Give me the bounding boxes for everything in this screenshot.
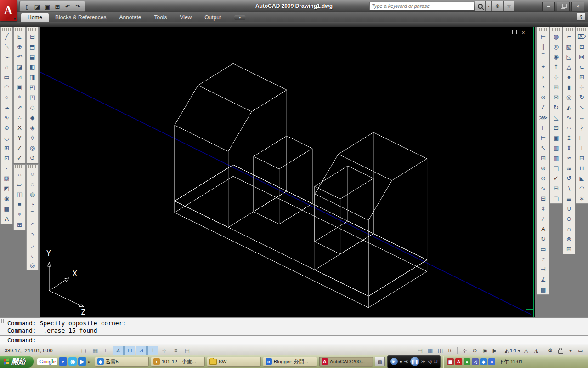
- shell-icon[interactable]: ▢: [551, 193, 561, 203]
- presspull-icon[interactable]: ⇕: [564, 143, 574, 153]
- thicken-icon[interactable]: ≣: [564, 193, 574, 203]
- arc-center-start-end-icon[interactable]: ◝: [27, 230, 38, 240]
- taskbar-item-folder[interactable]: SW: [207, 356, 261, 367]
- wmp-pause-button[interactable]: ❚❚: [410, 357, 419, 366]
- pan-button[interactable]: ⊹: [460, 346, 469, 355]
- tray-user-icon[interactable]: ●: [464, 358, 470, 365]
- move-icon[interactable]: ⊹: [577, 82, 587, 92]
- wmp-restore-button[interactable]: ❒: [434, 359, 437, 364]
- search-button[interactable]: [475, 1, 486, 11]
- close-button[interactable]: ×: [571, 2, 584, 11]
- erase-icon[interactable]: ⌦: [577, 31, 587, 41]
- toolbar-grip[interactable]: [15, 28, 24, 31]
- ucs-apply-icon[interactable]: ✓: [14, 153, 25, 163]
- break-at-point-icon[interactable]: ⊺: [577, 143, 587, 153]
- extrude-faces-icon[interactable]: ↥: [551, 62, 561, 72]
- dim-angular-icon[interactable]: ∠: [538, 102, 548, 112]
- grid-toggle[interactable]: ▦: [90, 346, 101, 355]
- ne-isometric-icon[interactable]: ◈: [27, 122, 38, 132]
- spline-icon[interactable]: ∿: [1, 112, 12, 122]
- toolbar-grip[interactable]: [552, 28, 560, 31]
- dim-inspection-icon[interactable]: ⊙: [538, 173, 548, 183]
- previous-view-icon[interactable]: ↺: [27, 153, 38, 163]
- tab-view[interactable]: View: [173, 13, 198, 22]
- search-input[interactable]: [369, 2, 474, 10]
- rotate-icon[interactable]: ↻: [577, 92, 587, 102]
- region-icon[interactable]: ◉: [1, 193, 12, 203]
- language-bar-keyboard-icon[interactable]: ▤: [375, 357, 385, 366]
- quick-properties-toggle[interactable]: ▤: [182, 346, 192, 355]
- dim-break-icon[interactable]: ⊟: [538, 193, 548, 203]
- wmp-stop-button[interactable]: ■: [400, 359, 402, 364]
- dim-radius-icon[interactable]: ◗: [538, 72, 548, 82]
- tab-tools[interactable]: Tools: [147, 13, 173, 22]
- torus-icon[interactable]: ◎: [564, 92, 574, 102]
- polar-toggle[interactable]: ∠: [113, 346, 124, 355]
- arc-start-end-angle-icon[interactable]: ◞: [27, 240, 38, 250]
- sphere-icon[interactable]: ●: [564, 72, 574, 82]
- polyline-icon[interactable]: ↝: [1, 52, 12, 62]
- coordinate-display[interactable]: 389.17, -244.91, 0.00: [0, 348, 78, 353]
- ucs-object-icon[interactable]: ⊿: [14, 72, 25, 82]
- color-edges-icon[interactable]: ▦: [551, 143, 561, 153]
- 3d-array-icon[interactable]: ⊞: [564, 244, 574, 254]
- doc-close-button[interactable]: ×: [520, 29, 526, 36]
- union-icon[interactable]: ◍: [551, 31, 561, 41]
- ribbon-minimize-toggle[interactable]: ▾: [234, 15, 246, 20]
- restore-button[interactable]: [557, 2, 570, 11]
- tab-home[interactable]: Home: [21, 13, 49, 22]
- circle-3-point-icon[interactable]: ◍: [27, 189, 38, 199]
- top-view-icon[interactable]: ⬒: [27, 41, 38, 52]
- wedge-icon[interactable]: ◺: [564, 52, 574, 62]
- command-panel-grip[interactable]: [1, 319, 5, 323]
- quick-view-layouts-button[interactable]: ◫: [435, 346, 445, 355]
- create-camera-icon[interactable]: ◎: [27, 143, 38, 153]
- toolbar-grip[interactable]: [577, 28, 586, 31]
- taskbar-item-ie[interactable]: eBlogger: 分開...: [263, 356, 317, 367]
- intersect-model-icon[interactable]: ∩: [564, 224, 574, 234]
- cone-icon[interactable]: △: [564, 62, 574, 72]
- explode-icon[interactable]: ∗: [577, 193, 587, 203]
- clean-icon[interactable]: ✓: [551, 173, 561, 183]
- dim-jogged-icon[interactable]: ◔: [538, 82, 548, 92]
- ucs-z-icon[interactable]: Z: [14, 143, 25, 153]
- revolve-icon[interactable]: ↺: [564, 173, 574, 183]
- search-dropdown[interactable]: ▾: [486, 1, 492, 11]
- front-view-icon[interactable]: ◰: [27, 82, 38, 92]
- dim-diameter-icon[interactable]: ⊘: [538, 92, 548, 102]
- google-toolbar-button[interactable]: Google: [37, 358, 57, 365]
- intersect-icon[interactable]: ◉: [551, 52, 561, 62]
- dim-continue-icon[interactable]: ⊨: [538, 132, 548, 143]
- command-input[interactable]: Command:: [0, 335, 588, 344]
- move-faces-icon[interactable]: ⊹: [551, 72, 561, 82]
- sweep-icon[interactable]: ≈: [564, 153, 574, 163]
- ucs-previous-icon[interactable]: ↶: [14, 52, 25, 62]
- start-button[interactable]: 開始: [0, 356, 34, 368]
- fillet-icon[interactable]: ◠: [577, 183, 587, 193]
- copy-faces-icon[interactable]: ⊡: [551, 122, 561, 132]
- circle-icon[interactable]: ○: [1, 92, 12, 102]
- ucs-x-icon[interactable]: X: [14, 122, 25, 132]
- toolbar-grip[interactable]: [2, 28, 11, 31]
- center-mark-icon[interactable]: ⊕: [538, 163, 548, 173]
- ellipse-arc-icon[interactable]: ◡: [1, 132, 12, 143]
- array-icon[interactable]: ⊞: [577, 72, 587, 82]
- chamfer-icon[interactable]: ◣: [577, 173, 587, 183]
- offset-faces-icon[interactable]: ⊞: [551, 82, 561, 92]
- toolbar-grip[interactable]: [15, 165, 24, 168]
- toolbar-grip[interactable]: [539, 28, 548, 31]
- ucs-view-icon[interactable]: ▣: [14, 82, 25, 92]
- quick-calc-icon[interactable]: ⊞: [14, 219, 25, 230]
- favorites-button[interactable]: ☆: [503, 1, 514, 11]
- ucs-face-icon[interactable]: ◪: [14, 62, 25, 72]
- pyramid-icon[interactable]: ◭: [564, 102, 574, 112]
- arc-continue-icon[interactable]: ◟: [27, 250, 38, 260]
- ducs-toggle[interactable]: ⊥: [147, 346, 158, 355]
- helix-icon[interactable]: ∿: [564, 112, 574, 122]
- tray-thunder-icon[interactable]: ◆: [480, 358, 487, 365]
- donut-icon[interactable]: ◎: [27, 260, 38, 270]
- taskbar-item-thunder[interactable]: ◆迅雷5: [95, 356, 149, 367]
- subtract-icon[interactable]: ◎: [551, 41, 561, 52]
- steering-wheel-button[interactable]: ◉: [480, 346, 489, 355]
- world-ucs-icon[interactable]: ⊕: [14, 41, 25, 52]
